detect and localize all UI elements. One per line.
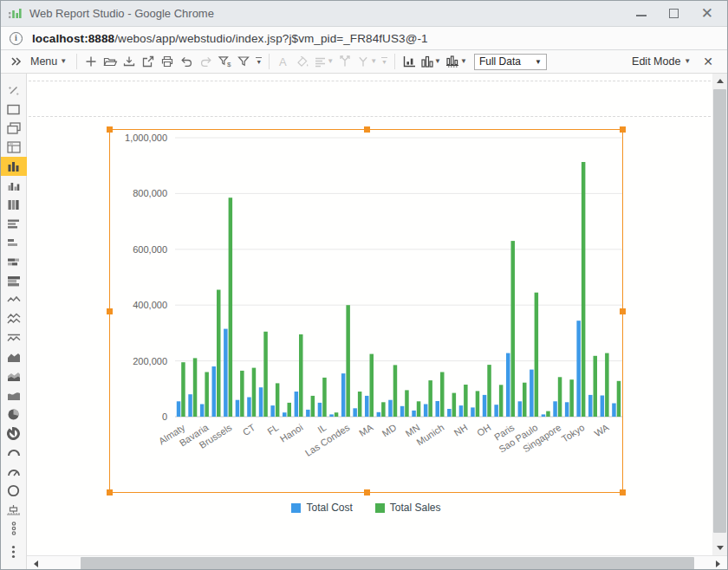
y-axis-tick-label: 400,000 <box>110 300 167 310</box>
bar-axis-style-button[interactable]: ▼ <box>443 52 469 72</box>
stacked-area-chart-icon[interactable] <box>1 366 27 385</box>
donut-chart-icon[interactable] <box>1 424 27 443</box>
overlapping-windows-icon[interactable] <box>1 119 27 138</box>
toolbar-separator <box>394 54 395 69</box>
resize-handle-s[interactable] <box>364 489 370 496</box>
chart-svg <box>110 130 624 429</box>
condition-filter-button[interactable]: $ <box>215 52 234 72</box>
close-window-button[interactable]: ✕ <box>701 8 713 20</box>
filter-more-button[interactable]: ▼ <box>256 57 262 66</box>
branch-button[interactable]: ▼ <box>354 52 379 72</box>
magic-wand-icon[interactable] <box>1 81 27 100</box>
chart-plot[interactable]: 1,000,000800,000600,000400,000200,0000Al… <box>110 130 624 494</box>
open-button[interactable] <box>101 52 120 72</box>
horizontal-bar-small-icon[interactable] <box>1 233 27 252</box>
minimize-button[interactable] <box>636 10 647 16</box>
gauge-chart-icon[interactable] <box>1 462 27 481</box>
toolbar-separator <box>269 54 270 69</box>
swap-axes-icon <box>338 55 352 68</box>
bar-chart-icon[interactable] <box>1 157 27 176</box>
resize-handle-e[interactable] <box>620 308 626 314</box>
branch-icon <box>356 55 370 68</box>
undo-button[interactable] <box>177 52 196 72</box>
chevrons-right-icon <box>10 56 22 67</box>
filter-button[interactable] <box>234 52 253 72</box>
ring-chart-icon[interactable] <box>1 481 27 500</box>
chart-selection-frame[interactable]: 1,000,000800,000600,000400,000200,0000Al… <box>109 129 623 493</box>
vertical-scrollbar[interactable] <box>712 74 727 555</box>
y-axis-tick-label: 1,000,000 <box>110 133 167 143</box>
vertical-scroll-thumb[interactable] <box>713 89 726 533</box>
menu-label: Menu <box>30 55 57 68</box>
font-format-button[interactable]: A <box>274 52 293 72</box>
area-chart-icon[interactable] <box>1 347 27 366</box>
chart-axes-button[interactable] <box>400 52 419 72</box>
horizontal-bar-chart-icon[interactable] <box>1 214 27 233</box>
column-chart-icon[interactable] <box>1 195 27 214</box>
more-tools-icon[interactable] <box>1 542 27 561</box>
pie-chart-icon[interactable] <box>1 405 27 424</box>
scroll-left-button[interactable] <box>29 556 43 570</box>
smooth-area-chart-icon[interactable] <box>1 385 27 405</box>
panel-layout-icon[interactable] <box>1 138 27 157</box>
resize-handle-n[interactable] <box>364 126 370 133</box>
grouped-bar-chart-icon[interactable] <box>1 176 27 195</box>
export-button[interactable] <box>139 52 158 72</box>
bar-style-button[interactable]: ▼ <box>419 52 443 72</box>
multi-line-chart-icon[interactable] <box>1 309 27 328</box>
toolbar-overflow-button[interactable] <box>6 52 25 72</box>
menu-button[interactable]: Menu▼ <box>25 52 72 72</box>
scroll-right-button[interactable] <box>711 556 725 570</box>
filter-icon <box>237 55 250 68</box>
url-text[interactable]: localhost:8888/webos/app/webstudio/index… <box>32 32 428 45</box>
format-more-button[interactable]: ▼ <box>381 57 387 66</box>
print-button[interactable] <box>158 52 177 72</box>
new-button[interactable] <box>81 52 101 72</box>
maximize-button[interactable] <box>669 9 679 18</box>
scroll-up-button[interactable] <box>712 74 727 88</box>
band-separator <box>29 116 711 117</box>
fill-color-button[interactable] <box>293 52 312 72</box>
page-info-icon[interactable]: i <box>10 32 23 45</box>
plus-icon <box>84 55 98 68</box>
arc-chart-icon[interactable] <box>1 443 27 462</box>
legend-item: Total Cost <box>291 502 352 514</box>
redo-button[interactable] <box>196 52 215 72</box>
resize-handle-w[interactable] <box>107 308 113 314</box>
scatter-chart-icon[interactable] <box>1 519 27 538</box>
scroll-down-button[interactable] <box>712 541 727 555</box>
align-button[interactable]: ▼ <box>312 52 335 72</box>
bar-chart-icon <box>420 55 434 68</box>
chart-axes-icon <box>402 55 417 68</box>
address-bar[interactable]: i localhost:8888/webos/app/webstudio/ind… <box>1 27 727 50</box>
swap-axes-button[interactable] <box>335 52 354 72</box>
svg-text:A: A <box>279 55 287 68</box>
line-bar-combo-icon[interactable] <box>1 328 27 347</box>
resize-handle-se[interactable] <box>620 489 626 496</box>
horizontal-stacked-bar-icon[interactable] <box>1 252 27 271</box>
chevron-down-icon: ▼ <box>60 58 67 65</box>
window-frame-icon[interactable] <box>1 100 27 119</box>
y-axis-tick-label: 600,000 <box>110 244 167 255</box>
resize-handle-nw[interactable] <box>107 126 113 133</box>
chevron-down-icon: ▼ <box>684 58 691 65</box>
horizontal-scroll-thumb[interactable] <box>81 557 694 570</box>
y-axis-tick-label: 800,000 <box>110 188 167 198</box>
resize-handle-sw[interactable] <box>107 489 113 496</box>
redo-icon <box>198 55 213 68</box>
horizontal-scrollbar[interactable] <box>27 555 727 570</box>
line-chart-icon[interactable] <box>1 290 27 309</box>
legend-label: Total Sales <box>390 502 441 514</box>
stacked-bar-chart-icon[interactable] <box>1 271 27 290</box>
toolbar: Menu▼ $ ▼ A <box>1 50 727 74</box>
app-favicon-icon <box>8 7 22 21</box>
export-arrow-icon <box>141 55 155 68</box>
url-host: localhost:8888 <box>32 32 114 45</box>
stock-chart-icon[interactable] <box>1 500 27 519</box>
data-mode-select[interactable]: Full Data ▼ <box>474 54 547 70</box>
report-canvas[interactable]: 1,000,000800,000600,000400,000200,0000Al… <box>27 74 712 555</box>
resize-handle-ne[interactable] <box>620 126 626 133</box>
close-report-button[interactable]: ✕ <box>699 55 722 68</box>
save-button[interactable] <box>120 52 139 72</box>
edit-mode-button[interactable]: Edit Mode ▼ <box>623 55 699 68</box>
